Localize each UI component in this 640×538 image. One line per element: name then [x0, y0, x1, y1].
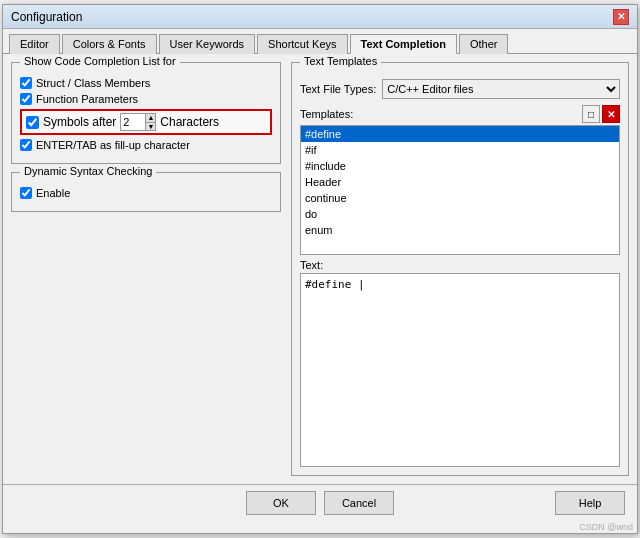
templates-header: Templates: □ ✕	[300, 105, 620, 123]
list-item[interactable]: #if	[301, 142, 619, 158]
list-item[interactable]: #define	[301, 126, 619, 142]
spin-buttons: ▲ ▼	[145, 114, 155, 130]
function-params-checkbox[interactable]	[20, 93, 32, 105]
help-button[interactable]: Help	[555, 491, 625, 515]
list-item[interactable]: enum	[301, 222, 619, 238]
spin-up-button[interactable]: ▲	[146, 114, 155, 122]
show-code-group: Show Code Completion List for Struct / C…	[11, 62, 281, 164]
title-bar: Configuration ✕	[3, 5, 637, 29]
template-icon-buttons: □ ✕	[582, 105, 620, 123]
ok-button[interactable]: OK	[246, 491, 316, 515]
dialog-title: Configuration	[11, 10, 82, 24]
new-template-button[interactable]: □	[582, 105, 600, 123]
struct-members-row: Struct / Class Members	[20, 77, 272, 89]
spin-down-button[interactable]: ▼	[146, 122, 155, 131]
struct-members-label: Struct / Class Members	[36, 77, 150, 89]
templates-label-text: Templates:	[300, 108, 353, 120]
configuration-dialog: Configuration ✕ Editor Colors & Fonts Us…	[2, 4, 638, 534]
text-area-content: #define |	[305, 278, 365, 291]
symbols-after-checkbox[interactable]	[26, 116, 39, 129]
dynamic-syntax-group-label: Dynamic Syntax Checking	[20, 165, 156, 177]
tab-user-keywords[interactable]: User Keywords	[159, 34, 256, 54]
enable-label: Enable	[36, 187, 70, 199]
bottom-bar: OK Cancel Help	[3, 484, 637, 521]
show-code-group-label: Show Code Completion List for	[20, 55, 180, 67]
enter-tab-checkbox[interactable]	[20, 139, 32, 151]
templates-list[interactable]: #define #if #include Header continue do …	[300, 125, 620, 255]
dynamic-syntax-group: Dynamic Syntax Checking Enable	[11, 172, 281, 212]
symbols-after-label: Symbols after	[43, 115, 116, 129]
text-area-box[interactable]: #define |	[300, 273, 620, 467]
enter-tab-label: ENTER/TAB as fill-up character	[36, 139, 190, 151]
spinbox-input[interactable]: 2	[121, 114, 145, 130]
cancel-button[interactable]: Cancel	[324, 491, 394, 515]
list-item[interactable]: do	[301, 206, 619, 222]
main-content: Show Code Completion List for Struct / C…	[3, 54, 637, 484]
text-area-label: Text:	[300, 259, 620, 271]
struct-members-checkbox[interactable]	[20, 77, 32, 89]
function-params-label: Function Parameters	[36, 93, 138, 105]
delete-template-button[interactable]: ✕	[602, 105, 620, 123]
tab-text-completion[interactable]: Text Completion	[350, 34, 457, 54]
function-params-row: Function Parameters	[20, 93, 272, 105]
enable-row: Enable	[20, 187, 272, 199]
symbols-after-row: Symbols after 2 ▲ ▼ Characters	[20, 109, 272, 135]
text-file-types-select[interactable]: C/C++ Editor files	[382, 79, 620, 99]
tab-other[interactable]: Other	[459, 34, 509, 54]
text-templates-group: Text Templates Text File Types: C/C++ Ed…	[291, 62, 629, 476]
watermark: CSDN @wnd	[3, 521, 637, 533]
enter-tab-row: ENTER/TAB as fill-up character	[20, 139, 272, 151]
symbols-spinbox[interactable]: 2 ▲ ▼	[120, 113, 156, 131]
bottom-buttons: OK Cancel Help	[15, 491, 625, 515]
tab-shortcut-keys[interactable]: Shortcut Keys	[257, 34, 347, 54]
tab-editor[interactable]: Editor	[9, 34, 60, 54]
list-item[interactable]: continue	[301, 190, 619, 206]
enable-checkbox[interactable]	[20, 187, 32, 199]
text-file-types-row: Text File Types: C/C++ Editor files	[300, 79, 620, 99]
close-button[interactable]: ✕	[613, 9, 629, 25]
text-templates-group-label: Text Templates	[300, 55, 381, 67]
list-item[interactable]: Header	[301, 174, 619, 190]
right-panel: Text Templates Text File Types: C/C++ Ed…	[291, 62, 629, 476]
left-panel: Show Code Completion List for Struct / C…	[11, 62, 281, 476]
text-file-types-label: Text File Types:	[300, 83, 376, 95]
tab-bar: Editor Colors & Fonts User Keywords Shor…	[3, 29, 637, 54]
list-item[interactable]: #include	[301, 158, 619, 174]
tab-colors-fonts[interactable]: Colors & Fonts	[62, 34, 157, 54]
characters-label: Characters	[160, 115, 219, 129]
